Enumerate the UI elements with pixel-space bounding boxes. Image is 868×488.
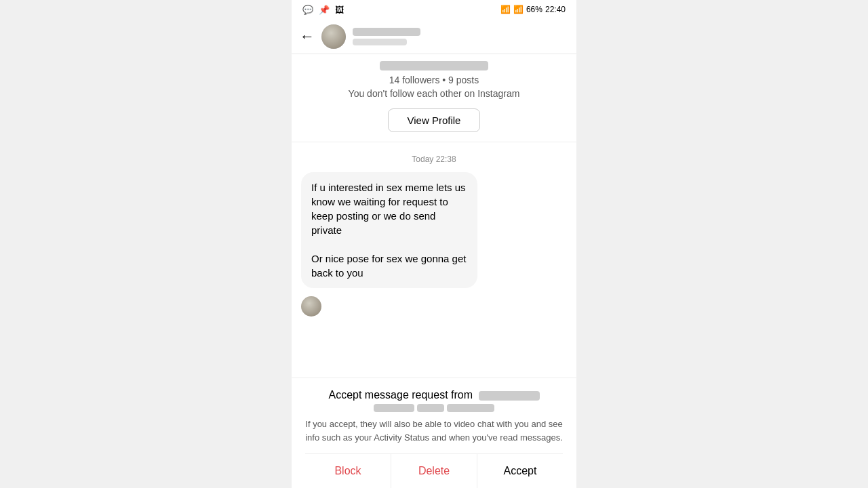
photos-icon: 🖼 [335, 5, 344, 15]
time-text: 22:40 [545, 5, 566, 14]
delete-button[interactable]: Delete [391, 454, 477, 488]
blurred-2 [417, 404, 444, 412]
signal-icon: 📶 [513, 5, 524, 14]
message-text-1: If u interested in sex meme lets us know… [311, 182, 466, 236]
whatsapp-icon: 💬 [302, 5, 313, 15]
sender-row [301, 296, 567, 317]
phone-frame: 💬 📌 🖼 📶 📶 66% 22:40 ← 14 followers • 9 p… [292, 0, 576, 488]
blurred-3 [447, 404, 494, 412]
message-text-2: Or nice pose for sex we gonna get back t… [311, 253, 466, 279]
sender-avatar [301, 296, 321, 317]
view-profile-button[interactable]: View Profile [388, 108, 481, 132]
blurred-1 [374, 404, 414, 412]
wifi-icon: 📶 [500, 5, 511, 14]
status-bar-right: 📶 📶 66% 22:40 [500, 5, 566, 14]
username-row-blurred [380, 61, 488, 70]
top-nav: ← [292, 19, 576, 54]
message-row-1: If u interested in sex meme lets us know… [301, 172, 567, 288]
back-button[interactable]: ← [300, 28, 315, 45]
no-follow-text: You don't follow each other on Instagram [349, 88, 520, 99]
chat-area: Today 22:38 If u interested in sex meme … [292, 142, 576, 378]
avatar-image [321, 24, 346, 49]
accept-name-blurred [479, 391, 540, 401]
user-info-top [353, 28, 420, 45]
accept-description: If you accept, they will also be able to… [305, 418, 563, 444]
username-blurred-top [353, 28, 420, 36]
accept-title: Accept message request from [305, 389, 563, 401]
action-buttons: Block Delete Accept [305, 453, 563, 488]
subtext-blurred-top [353, 39, 407, 45]
accept-button[interactable]: Accept [477, 454, 563, 488]
accept-title-prefix: Accept message request from [329, 389, 473, 401]
chat-timestamp: Today 22:38 [301, 155, 567, 164]
accept-section: Accept message request from If you accep… [292, 378, 576, 488]
block-button[interactable]: Block [305, 454, 391, 488]
profile-info: 14 followers • 9 posts You don't follow … [292, 54, 576, 142]
avatar-small [321, 24, 346, 49]
accept-subname-row [305, 404, 563, 412]
pinterest-icon: 📌 [319, 5, 330, 15]
message-bubble-1: If u interested in sex meme lets us know… [301, 172, 477, 288]
status-bar: 💬 📌 🖼 📶 📶 66% 22:40 [292, 0, 576, 19]
status-bar-icons: 💬 📌 🖼 [302, 5, 344, 15]
battery-text: 66% [526, 5, 542, 14]
followers-text: 14 followers • 9 posts [389, 75, 479, 85]
